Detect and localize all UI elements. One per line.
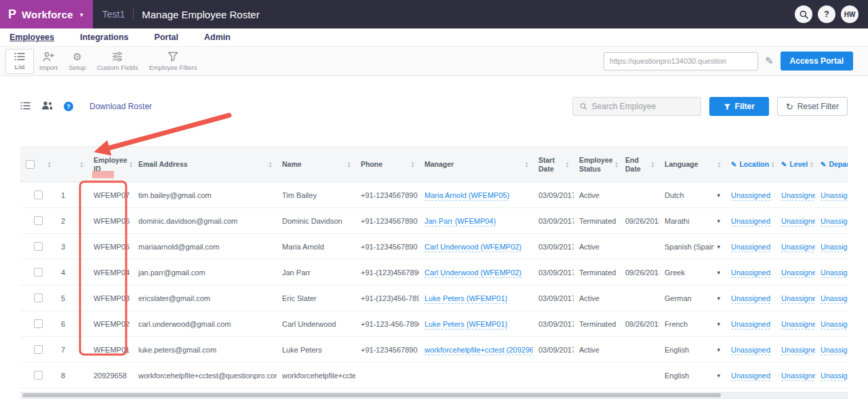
cell-select bbox=[20, 208, 56, 234]
project-link[interactable]: Test1 bbox=[102, 9, 125, 20]
sort-icon[interactable]: ▴▾ bbox=[566, 161, 568, 168]
department-unassigned-link[interactable]: Unassigned bbox=[821, 346, 848, 355]
department-unassigned-link[interactable]: Unassigned bbox=[821, 294, 848, 304]
sort-icon[interactable]: ▴▾ bbox=[810, 161, 812, 168]
primary-nav: Employees Integrations Portal Admin bbox=[0, 28, 868, 46]
manager-link[interactable]: Luke Peters (WFEMP01) bbox=[425, 320, 507, 329]
location-unassigned-link[interactable]: Unassigned bbox=[731, 191, 770, 201]
tool-item-list[interactable]: List bbox=[5, 49, 34, 74]
row-checkbox[interactable] bbox=[34, 216, 43, 225]
avatar[interactable]: HW bbox=[841, 5, 859, 23]
tool-item-custom-fields[interactable]: Custom Fields bbox=[92, 48, 144, 75]
language-select[interactable]: German▾ bbox=[665, 294, 720, 302]
sort-icon[interactable]: ▴▾ bbox=[412, 161, 414, 168]
location-unassigned-link[interactable]: Unassigned bbox=[731, 268, 770, 278]
manager-link[interactable]: Jan Parr (WFEMP04) bbox=[425, 217, 496, 226]
roster-help-icon[interactable]: ? bbox=[64, 102, 73, 111]
nav-item-portal[interactable]: Portal bbox=[155, 33, 178, 42]
language-select[interactable]: Greek▾ bbox=[665, 268, 720, 277]
manager-link[interactable]: workforcehelpfile+cctest (20929658) bbox=[425, 346, 533, 355]
portal-url-input[interactable] bbox=[604, 52, 758, 71]
row-checkbox[interactable] bbox=[34, 242, 43, 251]
location-unassigned-link[interactable]: Unassigned bbox=[731, 320, 770, 329]
access-portal-button[interactable]: Access Portal bbox=[781, 52, 853, 71]
language-select[interactable]: French▾ bbox=[665, 320, 720, 328]
level-unassigned-link[interactable]: Unassigned bbox=[781, 346, 815, 355]
table-row: 1WFEMP07tim.bailey@gmail.comTim Bailey+9… bbox=[20, 182, 848, 208]
sort-icon[interactable]: ▴▾ bbox=[269, 161, 271, 168]
editable-header[interactable]: ✎ Level bbox=[781, 160, 808, 169]
tool-item-employee-filters[interactable]: Employee Filters bbox=[144, 48, 203, 75]
filter-button[interactable]: Filter bbox=[709, 97, 769, 116]
editable-header[interactable]: ✎ Department bbox=[821, 160, 848, 169]
manager-link[interactable]: Maria Arnold (WFEMP05) bbox=[425, 191, 509, 201]
sort-icon[interactable]: ▴▾ bbox=[652, 161, 654, 168]
location-unassigned-link[interactable]: Unassigned bbox=[731, 217, 770, 226]
row-checkbox[interactable] bbox=[34, 294, 43, 302]
level-unassigned-link[interactable]: Unassigned bbox=[781, 217, 815, 226]
cell-department: Unassigned bbox=[815, 234, 848, 260]
workforce-brand-menu[interactable]: P Workforce ▾ bbox=[0, 0, 93, 28]
list-view-icon[interactable] bbox=[20, 100, 31, 113]
nav-item-employees[interactable]: Employees bbox=[9, 33, 54, 42]
manager-link[interactable]: Carl Underwood (WFEMP02) bbox=[425, 268, 521, 278]
org-view-icon[interactable] bbox=[41, 100, 53, 113]
sort-icon[interactable]: ▴▾ bbox=[772, 161, 774, 168]
header-email: Email Address ▴▾ bbox=[133, 147, 277, 182]
row-checkbox[interactable] bbox=[34, 371, 43, 380]
level-unassigned-link[interactable]: Unassigned bbox=[781, 191, 815, 201]
download-roster-link[interactable]: Download Roster bbox=[90, 102, 152, 111]
department-unassigned-link[interactable]: Unassigned bbox=[821, 217, 848, 226]
sort-icon[interactable]: ▴▾ bbox=[348, 161, 350, 168]
reset-filter-button[interactable]: ↻ Reset Filter bbox=[777, 97, 848, 116]
department-unassigned-link[interactable]: Unassigned bbox=[821, 320, 848, 329]
language-select[interactable]: Dutch▾ bbox=[665, 191, 720, 199]
horizontal-scrollbar[interactable] bbox=[20, 392, 848, 399]
chevron-down-icon: ▾ bbox=[717, 295, 720, 302]
manager-link[interactable]: Luke Peters (WFEMP01) bbox=[425, 294, 507, 304]
search-employee-input[interactable] bbox=[591, 102, 693, 111]
chevron-down-icon: ▾ bbox=[717, 192, 720, 199]
sort-icon[interactable]: ▴▾ bbox=[526, 161, 528, 168]
department-unassigned-link[interactable]: Unassigned bbox=[821, 268, 848, 278]
tool-item-setup[interactable]: ⚙ Setup bbox=[63, 48, 92, 75]
language-select[interactable]: Marathi▾ bbox=[665, 217, 720, 225]
language-select[interactable]: English▾ bbox=[665, 346, 720, 354]
language-select[interactable]: English▾ bbox=[665, 372, 720, 380]
tool-item-label: Employee Filters bbox=[149, 64, 197, 71]
sort-icon[interactable]: ▴▾ bbox=[48, 161, 50, 168]
level-unassigned-link[interactable]: Unassigned bbox=[781, 372, 815, 381]
nav-item-integrations[interactable]: Integrations bbox=[80, 33, 129, 42]
row-checkbox[interactable] bbox=[34, 191, 43, 199]
location-unassigned-link[interactable]: Unassigned bbox=[731, 243, 770, 252]
sort-icon[interactable]: ▴▾ bbox=[81, 161, 83, 168]
row-checkbox[interactable] bbox=[34, 268, 43, 277]
nav-item-admin[interactable]: Admin bbox=[204, 33, 231, 42]
chevron-down-icon: ▾ bbox=[80, 11, 83, 18]
location-unassigned-link[interactable]: Unassigned bbox=[731, 372, 770, 381]
manager-link[interactable]: Carl Underwood (WFEMP02) bbox=[425, 243, 521, 252]
department-unassigned-link[interactable]: Unassigned bbox=[821, 243, 848, 252]
editable-header[interactable]: ✎ Location bbox=[731, 160, 769, 169]
select-all-checkbox[interactable] bbox=[26, 160, 35, 169]
level-unassigned-link[interactable]: Unassigned bbox=[781, 243, 815, 252]
scrollbar-thumb[interactable] bbox=[22, 393, 721, 397]
location-unassigned-link[interactable]: Unassigned bbox=[731, 294, 770, 304]
tool-item-import[interactable]: Import bbox=[34, 48, 63, 75]
level-unassigned-link[interactable]: Unassigned bbox=[781, 268, 815, 278]
row-checkbox[interactable] bbox=[34, 345, 43, 354]
level-unassigned-link[interactable]: Unassigned bbox=[781, 320, 815, 329]
row-checkbox[interactable] bbox=[34, 319, 43, 328]
edit-url-pencil-icon[interactable]: ✎ bbox=[765, 55, 774, 67]
department-unassigned-link[interactable]: Unassigned bbox=[821, 372, 848, 381]
department-unassigned-link[interactable]: Unassigned bbox=[821, 191, 848, 201]
location-unassigned-link[interactable]: Unassigned bbox=[731, 346, 770, 355]
sort-icon[interactable]: ▴▾ bbox=[616, 161, 618, 168]
sort-icon[interactable]: ▴▾ bbox=[130, 161, 132, 168]
cell-select bbox=[20, 182, 56, 208]
sort-icon[interactable]: ▴▾ bbox=[718, 161, 720, 168]
language-select[interactable]: Spanish (Spain)▾ bbox=[665, 243, 720, 251]
help-button[interactable]: ? bbox=[818, 5, 835, 23]
level-unassigned-link[interactable]: Unassigned bbox=[781, 294, 815, 304]
search-button[interactable] bbox=[795, 5, 812, 23]
